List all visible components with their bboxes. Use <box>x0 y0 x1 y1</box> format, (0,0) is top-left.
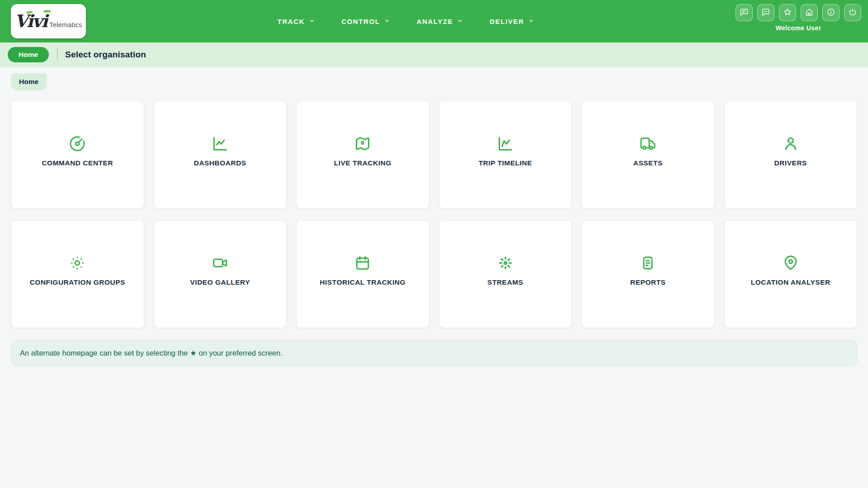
nav-item-control[interactable]: CONTROL <box>341 18 390 25</box>
home-pill-button[interactable]: Home <box>8 47 49 62</box>
truck-icon <box>640 136 656 152</box>
card-historical-tracking[interactable]: HISTORICAL TRACKING <box>296 220 429 328</box>
card-label: HISTORICAL TRACKING <box>320 278 406 286</box>
card-reports[interactable]: REPORTS <box>581 220 715 328</box>
card-label: LOCATION ANALYSER <box>751 278 830 286</box>
info-icon <box>826 8 835 18</box>
star-icon <box>783 8 792 18</box>
header-right: Welcome User <box>736 4 861 32</box>
brand-logo[interactable]: Vivi Telematics <box>11 4 86 38</box>
card-streams[interactable]: STREAMS <box>439 220 572 328</box>
nav-item-label: ANALYZE <box>416 18 453 25</box>
card-configuration-groups[interactable]: CONFIGURATION GROUPS <box>11 220 144 328</box>
nav-item-label: DELIVER <box>490 18 524 25</box>
dotted-ring-icon <box>69 255 85 271</box>
card-dashboards[interactable]: DASHBOARDS <box>154 101 287 209</box>
chevron-down-icon <box>457 18 463 25</box>
card-label: DASHBOARDS <box>194 159 246 167</box>
home-icon <box>805 8 814 18</box>
line-chart-icon <box>212 136 228 152</box>
card-label: STREAMS <box>487 278 523 286</box>
app-header: Vivi Telematics TRACK CONTROL ANALYZE DE… <box>0 0 868 42</box>
card-label: COMMAND CENTER <box>42 159 113 167</box>
nav-item-label: CONTROL <box>341 18 380 25</box>
brand-logo-inner: Vivi Telematics <box>14 13 82 30</box>
divider <box>57 49 58 61</box>
sub-header: Home Select organisation <box>0 42 868 67</box>
info-button[interactable] <box>822 4 840 21</box>
card-assets[interactable]: ASSETS <box>581 101 715 209</box>
main-area: Home COMMAND CENTER DASHBOARDS LIVE TRAC… <box>0 67 868 366</box>
map-with-pin-icon <box>354 136 371 152</box>
nav-item-track[interactable]: TRACK <box>278 18 316 25</box>
card-label: DRIVERS <box>774 159 807 167</box>
tab-home[interactable]: Home <box>11 74 47 90</box>
feedback-icon <box>740 8 749 18</box>
trend-chart-icon <box>497 136 514 152</box>
nav-item-deliver[interactable]: DELIVER <box>490 18 534 25</box>
main-nav: TRACK CONTROL ANALYZE DELIVER <box>278 18 535 25</box>
homepage-note-text: An alternate homepage can be set by sele… <box>20 349 283 357</box>
user-icon <box>783 136 799 152</box>
chat-button[interactable] <box>757 4 774 21</box>
card-label: CONFIGURATION GROUPS <box>30 278 125 286</box>
chevron-down-icon <box>309 18 315 25</box>
card-label: ASSETS <box>633 159 663 167</box>
card-label: REPORTS <box>630 278 665 286</box>
favorite-button[interactable] <box>779 4 796 21</box>
card-label: LIVE TRACKING <box>334 159 392 167</box>
card-label: VIDEO GALLERY <box>190 278 250 286</box>
power-icon <box>848 8 857 18</box>
card-video-gallery[interactable]: VIDEO GALLERY <box>154 220 287 328</box>
map-pin-icon <box>783 255 799 271</box>
homepage-note-bar: An alternate homepage can be set by sele… <box>11 340 857 366</box>
page-title: Select organisation <box>65 50 146 60</box>
logout-button[interactable] <box>844 4 861 21</box>
chevron-down-icon <box>528 18 534 25</box>
chevron-down-icon <box>384 18 390 25</box>
card-command-center[interactable]: COMMAND CENTER <box>11 101 144 209</box>
gauge-icon <box>69 136 85 152</box>
brand-suffix: Telematics <box>49 21 82 28</box>
brand-name: Vivi <box>14 13 47 30</box>
nav-item-label: TRACK <box>278 18 305 25</box>
card-drivers[interactable]: DRIVERS <box>724 101 858 209</box>
chat-icon <box>761 8 770 18</box>
nav-item-analyze[interactable]: ANALYZE <box>416 18 463 25</box>
video-camera-icon <box>212 255 228 271</box>
home-button[interactable] <box>801 4 818 21</box>
radiating-dot-icon <box>497 255 514 271</box>
card-label: TRIP TIMELINE <box>479 159 532 167</box>
card-location-analyser[interactable]: LOCATION ANALYSER <box>724 220 858 328</box>
calendar-icon <box>354 255 371 271</box>
feedback-button[interactable] <box>736 4 753 21</box>
feature-card-grid: COMMAND CENTER DASHBOARDS LIVE TRACKING … <box>11 101 857 328</box>
card-trip-timeline[interactable]: TRIP TIMELINE <box>439 101 572 209</box>
report-document-icon <box>640 255 656 271</box>
header-icon-row <box>736 4 861 21</box>
card-live-tracking[interactable]: LIVE TRACKING <box>296 101 429 209</box>
welcome-user-text: Welcome User <box>775 24 821 32</box>
